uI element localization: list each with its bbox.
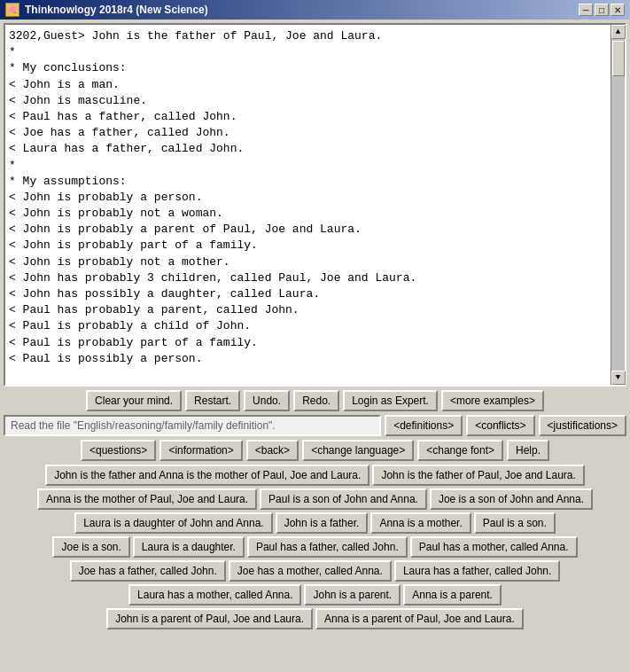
file-input[interactable]: Read the file "English/reasoning/family/… [4, 415, 381, 436]
change-language-button[interactable]: <change language> [302, 440, 414, 461]
example-row-0: John is the father and Anna is the mothe… [4, 465, 626, 486]
window-controls: ─ □ ✕ [579, 4, 625, 16]
back-button[interactable]: <back> [246, 440, 299, 461]
example-button-0-1[interactable]: John is the father of Paul, Joe and Laur… [372, 465, 584, 486]
scroll-up-button[interactable]: ▲ [611, 25, 626, 39]
conflicts-button[interactable]: <conflicts> [466, 415, 534, 436]
undo-button[interactable]: Undo. [244, 390, 290, 411]
questions-button[interactable]: <questions> [81, 440, 156, 461]
example-button-3-1[interactable]: Laura is a daughter. [133, 536, 245, 558]
minimize-button[interactable]: ─ [579, 4, 593, 16]
help-button[interactable]: Help. [507, 440, 549, 461]
example-button-2-0[interactable]: Laura is a daughter of John and Anna. [74, 512, 273, 534]
example-button-4-0[interactable]: Joe has a father, called John. [70, 560, 226, 582]
example-button-3-0[interactable]: Joe is a son. [52, 536, 129, 558]
nav-row: <questions> <information> <back> <change… [4, 440, 626, 461]
redo-button[interactable]: Redo. [293, 390, 339, 411]
scrollbar: ▲ ▼ [611, 25, 625, 385]
example-button-0-0[interactable]: John is the father and Anna is the mothe… [45, 465, 369, 486]
example-row-5: Laura has a mother, called Anna.John is … [4, 584, 626, 606]
more-examples-button[interactable]: <more examples> [441, 390, 544, 411]
close-button[interactable]: ✕ [611, 4, 625, 16]
change-font-button[interactable]: <change font> [417, 440, 503, 461]
justifications-button[interactable]: <justifications> [539, 415, 626, 436]
example-button-1-1[interactable]: Paul is a son of John and Anna. [260, 488, 427, 510]
example-row-6: John is a parent of Paul, Joe and Laura.… [4, 608, 626, 629]
example-button-4-2[interactable]: Laura has a father, called John. [394, 560, 560, 582]
example-button-4-1[interactable]: Joe has a mother, called Anna. [229, 560, 392, 582]
example-button-2-2[interactable]: Anna is a mother. [370, 512, 471, 534]
window-body: 3202,Guest> John is the father of Paul, … [0, 20, 630, 672]
example-button-3-3[interactable]: Paul has a mother, called Anna. [410, 536, 578, 558]
example-row-2: Laura is a daughter of John and Anna.Joh… [4, 512, 626, 534]
example-button-1-0[interactable]: Anna is the mother of Paul, Joe and Laur… [37, 488, 257, 510]
example-button-6-0[interactable]: John is a parent of Paul, Joe and Laura. [106, 608, 313, 629]
example-button-2-3[interactable]: Paul is a son. [474, 512, 556, 534]
example-button-5-0[interactable]: Laura has a mother, called Anna. [128, 584, 301, 606]
example-button-5-2[interactable]: Anna is a parent. [403, 584, 502, 606]
example-button-5-1[interactable]: John is a parent. [304, 584, 401, 606]
example-row-1: Anna is the mother of Paul, Joe and Laur… [4, 488, 626, 510]
app-icon: 🧠 [5, 3, 19, 17]
examples-grid: John is the father and Anna is the mothe… [4, 465, 626, 629]
scroll-thumb[interactable] [612, 41, 625, 76]
input-row: Read the file "English/reasoning/family/… [4, 415, 626, 436]
window-title: Thinknowlogy 2018r4 (New Science) [25, 4, 208, 16]
output-textarea[interactable]: 3202,Guest> John is the father of Paul, … [5, 25, 611, 385]
example-button-1-2[interactable]: Joe is a son of John and Anna. [430, 488, 593, 510]
example-button-6-1[interactable]: Anna is a parent of Paul, Joe and Laura. [315, 608, 524, 629]
restart-button[interactable]: Restart. [185, 390, 240, 411]
maximize-button[interactable]: □ [595, 4, 609, 16]
toolbar-row: Clear your mind. Restart. Undo. Redo. Lo… [4, 390, 626, 411]
information-button[interactable]: <information> [159, 440, 242, 461]
definitions-button[interactable]: <definitions> [385, 415, 463, 436]
example-button-3-2[interactable]: Paul has a father, called John. [247, 536, 408, 558]
scroll-track [611, 39, 625, 371]
title-bar: 🧠 Thinknowlogy 2018r4 (New Science) ─ □ … [0, 0, 630, 20]
login-button[interactable]: Login as Expert. [343, 390, 438, 411]
clear-button[interactable]: Clear your mind. [86, 390, 182, 411]
output-area-container: 3202,Guest> John is the father of Paul, … [4, 23, 626, 387]
scroll-down-button[interactable]: ▼ [611, 371, 626, 385]
example-button-2-1[interactable]: John is a father. [276, 512, 369, 534]
example-row-4: Joe has a father, called John.Joe has a … [4, 560, 626, 582]
example-row-3: Joe is a son.Laura is a daughter.Paul ha… [4, 536, 626, 558]
